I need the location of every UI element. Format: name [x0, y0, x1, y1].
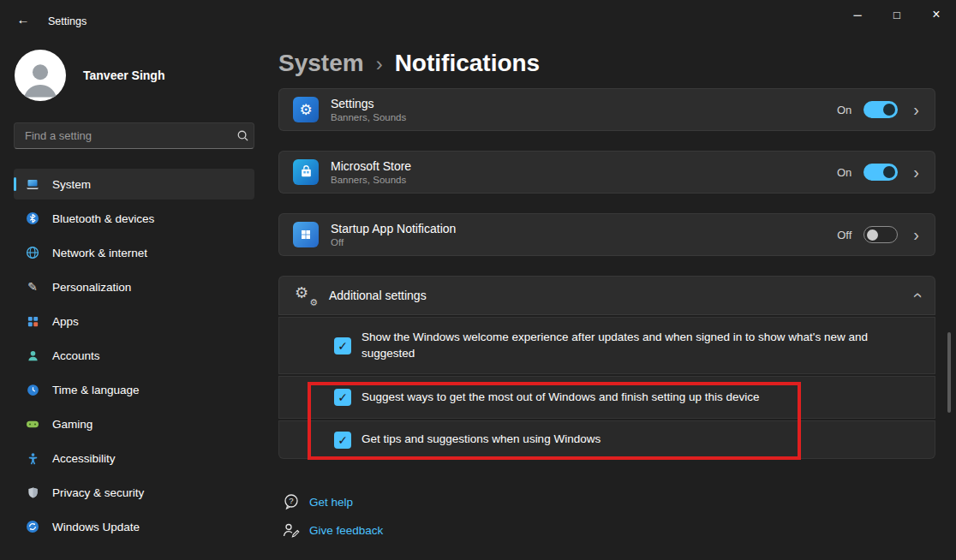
section-title: Additional settings	[329, 289, 427, 302]
game-controller-icon	[26, 417, 39, 431]
sidebar-item-label: Accessibility	[52, 452, 116, 465]
notification-row-settings[interactable]: ⚙ Settings Banners, Sounds On ›	[278, 88, 935, 131]
sidebar-item-time-language[interactable]: Time & language	[14, 374, 254, 405]
chevron-up-icon[interactable]: ›	[908, 293, 925, 299]
toggle-knob	[883, 166, 895, 178]
sidebar-item-apps[interactable]: Apps	[14, 306, 254, 337]
sidebar-item-label: Time & language	[52, 384, 140, 396]
welcome-experience-checkbox[interactable]: ✓	[334, 337, 351, 354]
row-title: Startup App Notification	[331, 222, 456, 235]
sidebar-item-bluetooth-devices[interactable]: Bluetooth & devices	[14, 203, 254, 234]
startup-app-icon	[293, 222, 319, 247]
chevron-right-icon[interactable]: ›	[913, 101, 919, 118]
chevron-right-icon[interactable]: ›	[913, 226, 919, 243]
search-icon[interactable]	[231, 129, 254, 142]
sidebar-item-label: Windows Update	[52, 521, 140, 533]
row-title: Microsoft Store	[331, 159, 411, 173]
breadcrumb-parent[interactable]: System	[278, 50, 364, 77]
suggest-ways-row[interactable]: ✓ Suggest ways to get the most out of Wi…	[278, 376, 935, 419]
user-name: Tanveer Singh	[83, 69, 164, 82]
page-title: Notifications	[395, 50, 541, 77]
search-box[interactable]	[14, 122, 254, 149]
back-button[interactable]: ←	[9, 7, 38, 31]
svg-text:?: ?	[289, 496, 293, 505]
gears-icon: ⚙ ⚙	[295, 285, 317, 306]
sidebar-item-privacy-security[interactable]: Privacy & security	[14, 477, 254, 508]
link-label: Give feedback	[309, 524, 383, 537]
chevron-right-icon[interactable]: ›	[913, 164, 919, 181]
shield-icon	[26, 486, 39, 499]
clock-icon	[26, 383, 39, 396]
breadcrumb: System › Notifications	[278, 50, 540, 77]
tips-suggestions-row[interactable]: ✓ Get tips and suggestions when using Wi…	[278, 420, 935, 459]
sidebar-item-network-internet[interactable]: Network & internet	[14, 237, 254, 268]
sidebar-item-label: Privacy & security	[52, 486, 144, 499]
toggle-knob	[867, 229, 878, 241]
tips-suggestions-checkbox[interactable]: ✓	[334, 432, 351, 449]
welcome-experience-row[interactable]: ✓ Show the Windows welcome experience af…	[278, 317, 935, 374]
toggle-state-label: On	[837, 104, 851, 116]
apps-grid-icon	[26, 314, 39, 328]
sidebar-nav: System Bluetooth & devices Network & int…	[14, 169, 254, 545]
get-help-link[interactable]: ? Get help	[283, 491, 353, 512]
toggle-knob	[883, 104, 895, 116]
settings-notifications-toggle[interactable]	[863, 101, 898, 118]
sidebar-item-label: Personalization	[52, 281, 131, 294]
breadcrumb-separator-icon: ›	[376, 52, 383, 76]
checkbox-label: Show the Windows welcome experience afte…	[361, 330, 914, 362]
help-icon: ?	[283, 493, 300, 510]
bluetooth-icon	[26, 211, 39, 225]
microsoft-store-app-icon	[293, 159, 319, 185]
row-title: Settings	[331, 97, 406, 110]
microsoft-store-notifications-toggle[interactable]	[863, 164, 898, 181]
search-input[interactable]	[15, 129, 231, 142]
feedback-icon	[283, 521, 300, 539]
update-arrows-icon	[26, 520, 39, 533]
sidebar-item-label: Network & internet	[52, 247, 147, 259]
accessibility-person-icon	[26, 451, 39, 465]
person-icon	[17, 55, 63, 101]
sidebar-item-label: Gaming	[52, 418, 93, 431]
minimize-button[interactable]: ─	[838, 0, 877, 29]
toggle-state-label: On	[837, 166, 851, 179]
avatar[interactable]	[15, 50, 66, 101]
toggle-state-label: Off	[837, 229, 851, 241]
system-icon	[26, 177, 39, 191]
scrollbar-thumb[interactable]	[947, 332, 951, 413]
titlebar: ← Settings ─ □ ×	[0, 0, 956, 38]
sidebar-item-label: Accounts	[52, 349, 100, 362]
sidebar-item-system[interactable]: System	[14, 169, 254, 200]
notification-row-startup-app[interactable]: Startup App Notification Off Off ›	[278, 213, 935, 256]
give-feedback-link[interactable]: Give feedback	[283, 520, 383, 540]
sidebar-item-accessibility[interactable]: Accessibility	[14, 443, 254, 474]
additional-settings-header[interactable]: ⚙ ⚙ Additional settings ›	[278, 276, 935, 315]
sidebar-item-windows-update[interactable]: Windows Update	[14, 511, 254, 542]
link-label: Get help	[309, 496, 353, 509]
sidebar-item-accounts[interactable]: Accounts	[14, 340, 254, 371]
window-controls: ─ □ ×	[838, 0, 956, 29]
row-subtitle: Banners, Sounds	[331, 112, 406, 122]
row-subtitle: Banners, Sounds	[331, 175, 411, 185]
sidebar-item-label: Apps	[52, 315, 79, 328]
startup-app-notifications-toggle[interactable]	[863, 226, 898, 243]
checkbox-label: Get tips and suggestions when using Wind…	[361, 432, 600, 448]
globe-icon	[26, 246, 39, 259]
notification-row-microsoft-store[interactable]: Microsoft Store Banners, Sounds On ›	[278, 151, 935, 194]
selected-indicator	[14, 177, 16, 191]
suggest-ways-checkbox[interactable]: ✓	[334, 389, 351, 406]
sidebar-item-label: Bluetooth & devices	[52, 212, 154, 225]
settings-window: ← Settings ─ □ × Tanveer Singh	[0, 0, 956, 560]
sidebar-item-gaming[interactable]: Gaming	[14, 408, 254, 439]
accounts-person-icon	[26, 349, 39, 362]
maximize-button[interactable]: □	[877, 0, 917, 29]
checkbox-label: Suggest ways to get the most out of Wind…	[361, 390, 760, 406]
close-button[interactable]: ×	[917, 0, 956, 29]
app-title: Settings	[48, 15, 87, 27]
settings-app-icon: ⚙	[293, 97, 319, 122]
row-subtitle: Off	[331, 237, 456, 247]
sidebar-item-label: System	[52, 178, 91, 191]
brush-icon: ✎	[26, 280, 39, 294]
sidebar-item-personalization[interactable]: ✎ Personalization	[14, 271, 254, 302]
